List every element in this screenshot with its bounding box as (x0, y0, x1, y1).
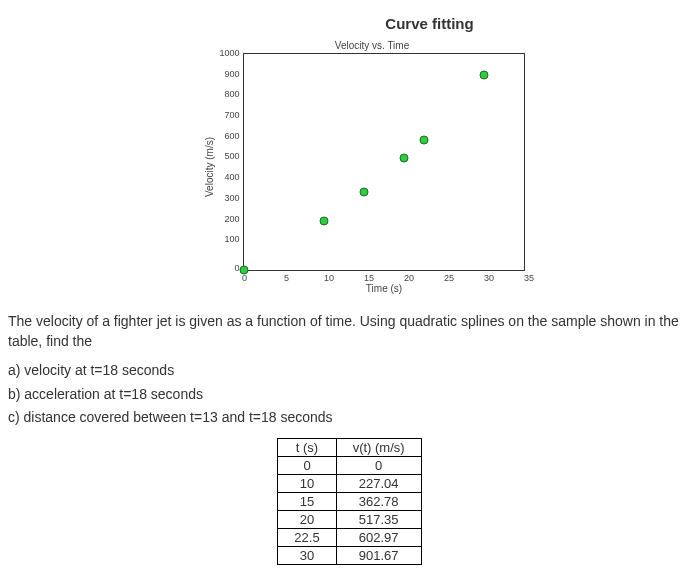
table-row: 15362.78 (278, 492, 421, 510)
chart-ylabel: Velocity (m/s) (204, 137, 215, 197)
chart-plot-area (243, 53, 525, 271)
problem-part-c: c) distance covered between t=13 and t=1… (8, 408, 691, 428)
chart-yticks: 1000 900 800 700 600 500 400 300 200 100… (219, 53, 242, 269)
problem-part-b: b) acceleration at t=18 seconds (8, 385, 691, 405)
table-header-row: t (s) v(t) (m/s) (278, 438, 421, 456)
table-row: 10227.04 (278, 474, 421, 492)
chart-point (359, 187, 368, 196)
table-header: t (s) (278, 438, 336, 456)
chart-point (479, 71, 488, 80)
chart-point (319, 216, 328, 225)
table-row: 00 (278, 456, 421, 474)
table-row: 20517.35 (278, 510, 421, 528)
chart-xlabel: Time (s) (244, 283, 524, 294)
problem-text: The velocity of a fighter jet is given a… (8, 312, 691, 428)
chart-container: Velocity (m/s) Velocity vs. Time 1000 90… (38, 40, 691, 294)
table-row: 30901.67 (278, 546, 421, 564)
chart-xticks: 0 5 10 15 20 25 30 35 (244, 273, 524, 283)
table-header: v(t) (m/s) (336, 438, 421, 456)
chart-point (399, 154, 408, 163)
table-row: 22.5602.97 (278, 528, 421, 546)
chart-title: Velocity vs. Time (335, 40, 409, 51)
data-table-wrap: t (s) v(t) (m/s) 00 10227.04 15362.78 20… (8, 438, 691, 565)
data-table: t (s) v(t) (m/s) 00 10227.04 15362.78 20… (277, 438, 421, 565)
problem-part-a: a) velocity at t=18 seconds (8, 361, 691, 381)
problem-intro: The velocity of a fighter jet is given a… (8, 312, 691, 351)
chart-point (419, 135, 428, 144)
page-title: Curve fitting (168, 15, 691, 32)
